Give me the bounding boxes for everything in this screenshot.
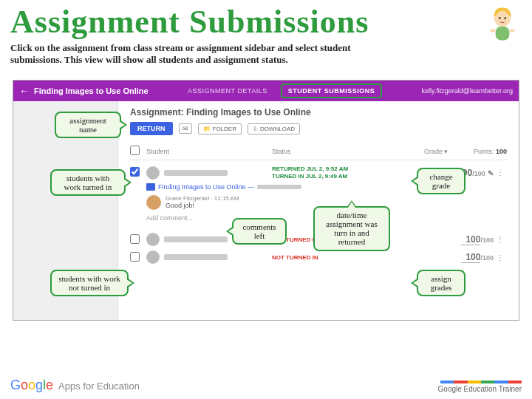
callout-not-turned-in: students with work not turned in (50, 270, 129, 296)
row-checkbox[interactable] (130, 234, 140, 244)
row-overflow-icon[interactable]: ⋮ (494, 236, 507, 244)
callout-assignment-name: assignment name (55, 112, 121, 138)
pencil-icon[interactable]: ✎ (488, 169, 494, 177)
row-checkbox[interactable] (130, 167, 140, 177)
callout-assign-grades: assign grades (417, 270, 466, 296)
comment-text: Good job! (166, 202, 239, 209)
folder-button[interactable]: 📁FOLDER (198, 123, 242, 134)
svg-rect-5 (509, 30, 514, 33)
download-icon: ⇩ (253, 126, 258, 132)
toolbar: RETURN ✉ 📁FOLDER ⇩DOWNLOAD (130, 122, 507, 135)
account-email[interactable]: kelly.fitzgerald@learnbetter.org (421, 87, 513, 95)
svg-rect-3 (496, 27, 510, 41)
screenshot-container: ← Finding Images to Use Online ASSIGNMEN… (13, 80, 519, 321)
doc-icon (146, 183, 155, 191)
google-apps-logo: Google Apps for Education (10, 378, 140, 393)
back-arrow-icon[interactable]: ← (19, 85, 30, 97)
student-name-redacted (164, 236, 228, 242)
student-name-redacted (164, 254, 228, 260)
svg-point-1 (499, 17, 501, 19)
commenter-avatar (146, 195, 161, 210)
tabs: ASSIGNMENT DETAILS STUDENT SUBMISSIONS (188, 83, 382, 98)
classroom-topbar: ← Finding Images to Use Online ASSIGNMEN… (13, 81, 519, 101)
tab-assignment-details[interactable]: ASSIGNMENT DETAILS (188, 87, 267, 95)
col-status[interactable]: Status (272, 148, 411, 155)
svg-point-2 (504, 17, 506, 19)
col-points: Points: 100 (448, 148, 507, 155)
student-avatar (146, 233, 160, 246)
row-overflow-icon[interactable]: ⋮ (494, 253, 507, 262)
slide-title: Assignment Submissions (0, 0, 532, 41)
return-button[interactable]: RETURN (130, 122, 173, 135)
status-not-turned-in: NOT TURNED IN (272, 254, 457, 262)
student-name-redacted (164, 170, 228, 176)
col-student[interactable]: Student (146, 148, 272, 155)
col-grade[interactable]: Grade ▾ (411, 148, 448, 155)
callout-turned-in: students with work turned in (50, 169, 126, 196)
breadcrumb-assignment[interactable]: Finding Images to Use Online (34, 86, 149, 95)
callout-comments: comments left (232, 218, 287, 245)
column-headers: Student Status Grade ▾ Points: 100 (130, 143, 507, 160)
callout-datetime: date/time assignment was turn in and ret… (313, 206, 390, 250)
svg-rect-4 (490, 30, 495, 33)
row-overflow-icon[interactable]: ⋮ (494, 168, 507, 177)
callout-change-grade: change grade (417, 168, 466, 194)
email-icon[interactable]: ✉ (179, 123, 192, 134)
avatar-illustration (482, 4, 523, 46)
trainer-badge: Google Education Trainer (438, 381, 522, 393)
tab-student-submissions[interactable]: STUDENT SUBMISSIONS (281, 83, 383, 98)
download-button[interactable]: ⇩DOWNLOAD (248, 123, 300, 134)
grade-input[interactable] (461, 252, 480, 263)
comment-meta: Grace Fitzgerald · 11:15 AM (166, 195, 239, 202)
assignment-heading: Assignment: Finding Images to Use Online (130, 107, 507, 117)
folder-icon: 📁 (203, 126, 211, 132)
slide-footer: Google Apps for Education Google Educati… (10, 378, 522, 393)
select-all-checkbox[interactable] (130, 146, 140, 155)
grade-input[interactable] (461, 234, 480, 245)
student-avatar (146, 250, 160, 264)
row-checkbox[interactable] (130, 252, 140, 262)
student-row-not-turned-in[interactable]: NOT TURNED IN /100 ⋮ (130, 248, 507, 266)
student-avatar (146, 166, 160, 180)
slide-intro: Click on the assignment from class strea… (0, 41, 414, 69)
